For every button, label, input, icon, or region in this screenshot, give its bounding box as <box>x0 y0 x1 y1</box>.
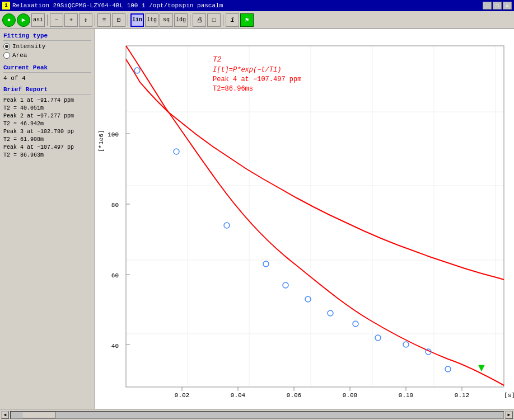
current-peak-title: Current Peak <box>3 64 91 73</box>
radio-intensity-circle[interactable] <box>3 43 10 50</box>
toolbar-separator-3 <box>128 15 128 26</box>
svg-text:T2=86.96ms: T2=86.96ms <box>213 85 253 93</box>
brief-report-section: Brief Report Peak 1 at −91.774 ppmT2 = 4… <box>3 86 91 159</box>
scroll-left-button[interactable]: ◀ <box>1 411 9 419</box>
brief-report-title: Brief Report <box>3 86 91 95</box>
toolbar-separator-1 <box>47 15 48 26</box>
brief-report-line: Peak 4 at −107.497 pp <box>3 144 91 152</box>
brief-report-line: T2 = 61.908m <box>3 136 91 144</box>
fitting-type-title: Fitting type <box>3 32 91 41</box>
toolbar-btn-minus[interactable]: − <box>50 13 63 27</box>
radio-area-circle[interactable] <box>3 52 10 59</box>
restore-button[interactable]: ❐ <box>493 2 502 10</box>
left-panel: Fitting type Intensity Area Current Peak… <box>0 29 95 409</box>
brief-report-line: Peak 1 at −91.774 ppm <box>3 97 91 105</box>
svg-text:▼: ▼ <box>476 361 487 374</box>
window-controls: _ ❐ ✕ <box>483 2 512 10</box>
toolbar-separator-2 <box>95 15 95 26</box>
svg-text:T2: T2 <box>213 55 222 64</box>
toolbar-btn-lin[interactable]: lin <box>130 13 144 27</box>
toolbar-btn-flag[interactable]: ⚑ <box>240 13 254 27</box>
minimize-button[interactable]: _ <box>483 2 492 10</box>
svg-text:0.04: 0.04 <box>231 392 246 399</box>
svg-text:[*1e6]: [*1e6] <box>98 130 105 152</box>
toolbar-btn-plus[interactable]: + <box>64 13 78 27</box>
svg-text:100: 100 <box>108 131 119 138</box>
radio-area[interactable]: Area <box>3 52 91 59</box>
bottom-scrollbar: ◀ ▶ <box>0 409 514 420</box>
scrollbar-track[interactable] <box>10 411 504 419</box>
toolbar-btn-sq[interactable]: sq <box>160 13 173 27</box>
toolbar-btn-run[interactable]: ▶ <box>17 13 30 27</box>
brief-report-lines: Peak 1 at −91.774 ppmT2 = 40.051mPeak 2 … <box>3 97 91 159</box>
toolbar: ● ▶ asi − + ⇕ ≡ ⊟ lin ltg sq ldg 🖨 □ i ⚑ <box>0 11 514 29</box>
radio-area-label: Area <box>12 52 27 59</box>
current-peak-section: Current Peak 4 of 4 <box>3 64 91 82</box>
scroll-right-button[interactable]: ▶ <box>505 411 513 419</box>
svg-text:I[t]=P*exp(−t/T1): I[t]=P*exp(−t/T1) <box>213 66 281 74</box>
toolbar-btn-green-oval[interactable]: ● <box>2 13 16 27</box>
toolbar-separator-4 <box>190 15 190 26</box>
radio-intensity-label: Intensity <box>12 43 45 50</box>
main-layout: Fitting type Intensity Area Current Peak… <box>0 29 514 409</box>
toolbar-btn-ltg[interactable]: ltg <box>145 13 158 27</box>
toolbar-separator-5 <box>223 15 223 26</box>
brief-report-line: T2 = 40.051m <box>3 105 91 112</box>
toolbar-btn-grid1[interactable]: ≡ <box>97 13 111 27</box>
title-bar: 1 Relaxation 29SiQCPMG-LZY64-4BL 100 1 /… <box>0 0 514 11</box>
toolbar-btn-asi[interactable]: asi <box>31 13 45 27</box>
brief-report-line: T2 = 86.963m <box>3 152 91 159</box>
fitting-type-section: Fitting type Intensity Area <box>3 32 91 59</box>
svg-text:0.02: 0.02 <box>175 392 189 399</box>
window-title: Relaxation 29SiQCPMG-LZY64-4BL 100 1 /op… <box>12 2 223 9</box>
toolbar-btn-copy[interactable]: □ <box>207 13 221 27</box>
toolbar-btn-ldg[interactable]: ldg <box>174 13 188 27</box>
current-peak-value: 4 of 4 <box>3 75 91 82</box>
svg-text:40: 40 <box>111 343 119 350</box>
brief-report-line: Peak 2 at −97.277 ppm <box>3 112 91 120</box>
svg-text:0.08: 0.08 <box>343 392 357 399</box>
svg-text:0.10: 0.10 <box>399 392 413 399</box>
scrollbar-thumb[interactable] <box>22 412 55 418</box>
toolbar-btn-print[interactable]: 🖨 <box>193 13 206 27</box>
toolbar-btn-arrows[interactable]: ⇕ <box>79 13 92 27</box>
brief-report-line: T2 = 46.942m <box>3 120 91 128</box>
svg-text:60: 60 <box>111 272 119 279</box>
window-icon: 1 <box>2 2 10 10</box>
chart-area[interactable]: [*1e6] 100 80 60 40 <box>95 29 514 409</box>
svg-text:0.06: 0.06 <box>287 392 301 399</box>
svg-text:[s]: [s] <box>504 392 514 399</box>
brief-report-line: Peak 3 at −102.780 pp <box>3 128 91 136</box>
svg-text:0.12: 0.12 <box>455 392 469 399</box>
radio-group: Intensity Area <box>3 43 91 59</box>
svg-rect-0 <box>95 29 514 409</box>
toolbar-btn-info[interactable]: i <box>226 13 239 27</box>
svg-text:80: 80 <box>111 202 119 209</box>
svg-text:Peak 4 at −107.497 ppm: Peak 4 at −107.497 ppm <box>213 75 301 83</box>
close-button[interactable]: ✕ <box>503 2 512 10</box>
chart-svg: [*1e6] 100 80 60 40 <box>95 29 514 409</box>
radio-intensity[interactable]: Intensity <box>3 43 91 50</box>
toolbar-btn-grid2[interactable]: ⊟ <box>112 13 125 27</box>
